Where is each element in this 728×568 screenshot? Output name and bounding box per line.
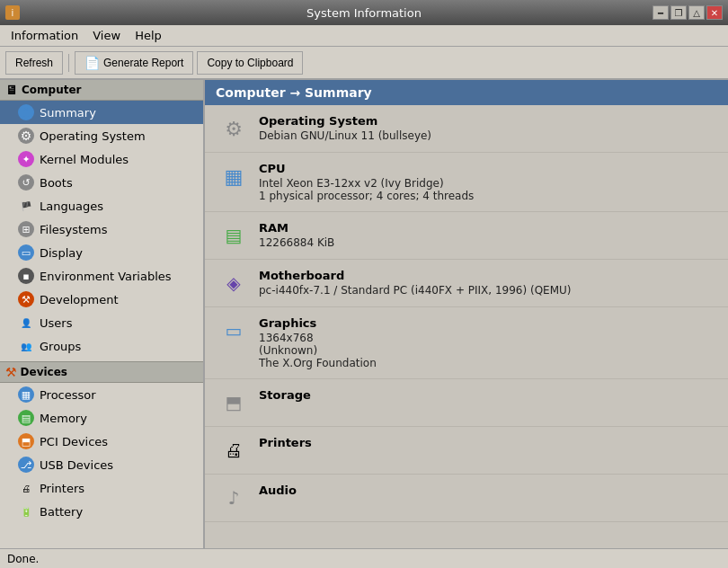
generate-report-button[interactable]: 📄 Generate Report <box>75 51 193 75</box>
mem-icon: ▤ <box>18 410 34 426</box>
os-title: Operating System <box>259 114 714 128</box>
minimize-button[interactable]: ━ <box>653 5 669 20</box>
dev-icon: ⚒ <box>18 291 34 307</box>
disp-icon: ▭ <box>18 244 34 261</box>
titlebar: i System Information ━ ❐ △ ✕ <box>0 0 728 25</box>
audio-title: Audio <box>259 484 714 497</box>
chip-icon: ▦ <box>18 386 34 403</box>
lang-icon: 🏴 <box>18 198 34 214</box>
info-icon <box>18 104 34 120</box>
content-section-mobo: ◈ Motherboard pc-i440fx-7.1 / Standard P… <box>205 260 728 307</box>
cpu-section-data: CPU Intel Xeon E3-12xx v2 (Ivy Bridge) 1… <box>259 162 714 202</box>
content-section-gfx: ▭ Graphics 1364x768 (Unknown) The X.Org … <box>205 307 728 379</box>
cpu-title: CPU <box>259 162 714 175</box>
sidebar: 🖥 Computer Summary Operating System ✦ Ke… <box>0 80 205 548</box>
printers-icon: 🖨 <box>225 439 243 461</box>
kernel-icon: ✦ <box>18 151 34 167</box>
fs-icon: ⊞ <box>18 221 34 237</box>
content-section-cpu: ▦ CPU Intel Xeon E3-12xx v2 (Ivy Bridge)… <box>205 153 728 212</box>
sidebar-item-display[interactable]: ▭ Display <box>0 241 203 264</box>
titlebar-left: i <box>5 5 20 20</box>
sidebar-item-summary[interactable]: Summary <box>0 101 203 124</box>
sidebar-item-pci[interactable]: ⬒ PCI Devices <box>0 430 203 453</box>
cpu-value-1: Intel Xeon E3-12xx v2 (Ivy Bridge) <box>259 177 714 190</box>
print-icon: 🖨 <box>18 480 34 496</box>
gfx-title: Graphics <box>259 316 714 330</box>
sidebar-computer-header: 🖥 Computer <box>0 80 203 101</box>
mobo-icon: ◈ <box>226 272 240 294</box>
maximize-button[interactable]: △ <box>688 5 705 20</box>
sidebar-item-groups[interactable]: 👥 Groups <box>0 334 203 358</box>
cpu-section-icon: ▦ <box>219 162 248 191</box>
sidebar-item-processor[interactable]: ▦ Processor <box>0 383 203 406</box>
refresh-button[interactable]: Refresh <box>5 51 63 75</box>
ram-title: RAM <box>259 221 714 235</box>
toolbar: Refresh 📄 Generate Report Copy to Clipbo… <box>0 47 728 79</box>
close-button[interactable]: ✕ <box>706 5 723 20</box>
titlebar-controls: ━ ❐ △ ✕ <box>653 5 723 20</box>
copy-clipboard-button[interactable]: Copy to Clipboard <box>197 51 303 75</box>
sidebar-item-os[interactable]: Operating System <box>0 124 203 147</box>
sidebar-item-boots[interactable]: ↺ Boots <box>0 171 203 194</box>
sidebar-item-battery[interactable]: 🔋 Battery <box>0 500 203 523</box>
menu-help[interactable]: Help <box>128 27 169 44</box>
sidebar-item-usb[interactable]: ⎇ USB Devices <box>0 453 203 476</box>
content-section-printers: 🖨 Printers <box>205 427 728 475</box>
audio-icon: ♪ <box>228 487 240 509</box>
os-section-data: Operating System Debian GNU/Linux 11 (bu… <box>259 114 714 142</box>
bat-icon: 🔋 <box>18 503 34 519</box>
audio-section-data: Audio <box>259 484 714 499</box>
content-section-os: ⚙ Operating System Debian GNU/Linux 11 (… <box>205 105 728 153</box>
content-header: Computer → Summary <box>205 80 728 105</box>
storage-section-icon: ⬒ <box>219 388 248 417</box>
sidebar-item-languages[interactable]: 🏴 Languages <box>0 194 203 217</box>
menubar: Information View Help <box>0 25 728 47</box>
sidebar-item-users[interactable]: 👤 Users <box>0 311 203 334</box>
storage-title: Storage <box>259 388 714 402</box>
storage-icon: ⬒ <box>226 392 243 413</box>
sidebar-item-filesystems[interactable]: ⊞ Filesystems <box>0 217 203 241</box>
mobo-section-data: Motherboard pc-i440fx-7.1 / Standard PC … <box>259 269 714 297</box>
os-section-icon: ⚙ <box>219 114 248 143</box>
sidebar-item-development[interactable]: ⚒ Development <box>0 288 203 311</box>
sidebar-item-kernel[interactable]: ✦ Kernel Modules <box>0 147 203 171</box>
restore-button[interactable]: ❐ <box>670 5 687 20</box>
os-value: Debian GNU/Linux 11 (bullseye) <box>259 129 714 142</box>
cpu-value-2: 1 physical processor; 4 cores; 4 threads <box>259 190 714 202</box>
group-icon: 👥 <box>18 338 34 354</box>
status-text: Done. <box>7 553 39 565</box>
os-icon: ⚙ <box>225 118 243 140</box>
pci-icon: ⬒ <box>18 433 34 449</box>
gfx-section-icon: ▭ <box>219 316 248 345</box>
toolbar-separator <box>68 54 69 72</box>
menu-information[interactable]: Information <box>4 27 85 44</box>
mobo-title: Motherboard <box>259 269 714 282</box>
storage-section-data: Storage <box>259 388 714 404</box>
ram-section-icon: ▤ <box>219 221 248 250</box>
cpu-icon: ▦ <box>225 165 244 188</box>
mobo-value: pc-i440fx-7.1 / Standard PC (i440FX + PI… <box>259 284 714 297</box>
report-icon: 📄 <box>84 56 100 70</box>
sidebar-devices-header: ⚒ Devices <box>0 361 203 383</box>
content-panel: Computer → Summary ⚙ Operating System De… <box>205 80 728 548</box>
content-section-storage: ⬒ Storage <box>205 379 728 427</box>
sidebar-item-envvars[interactable]: ▪ Environment Variables <box>0 264 203 288</box>
printers-title: Printers <box>259 436 714 449</box>
user-icon: 👤 <box>18 315 34 331</box>
gfx-section-data: Graphics 1364x768 (Unknown) The X.Org Fo… <box>259 316 714 369</box>
printers-section-icon: 🖨 <box>219 436 248 465</box>
sidebar-item-printers[interactable]: 🖨 Printers <box>0 476 203 500</box>
app-icon: i <box>5 5 20 20</box>
menu-view[interactable]: View <box>85 27 128 44</box>
ram-value: 12266884 KiB <box>259 236 714 249</box>
devices-icon: ⚒ <box>5 365 17 379</box>
audio-section-icon: ♪ <box>219 484 248 512</box>
ram-section-data: RAM 12266884 KiB <box>259 221 714 249</box>
gfx-value-2: (Unknown) <box>259 344 714 357</box>
main: 🖥 Computer Summary Operating System ✦ Ke… <box>0 79 728 548</box>
statusbar: Done. <box>0 548 728 568</box>
gfx-value-3: The X.Org Foundation <box>259 357 714 369</box>
boot-icon: ↺ <box>18 174 34 191</box>
sidebar-item-memory[interactable]: ▤ Memory <box>0 406 203 430</box>
gear-icon <box>18 128 34 144</box>
